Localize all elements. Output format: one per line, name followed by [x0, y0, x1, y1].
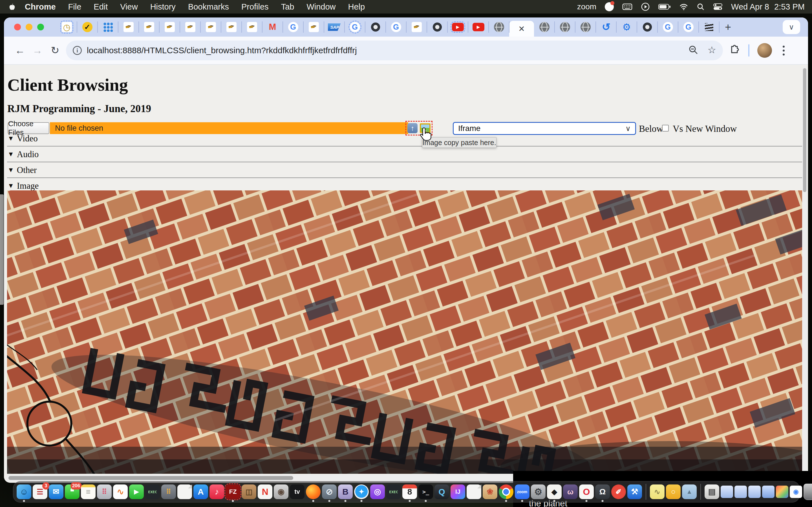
- tab-quill[interactable]: [200, 17, 221, 37]
- reload-button[interactable]: ↻: [46, 45, 64, 56]
- tab-history[interactable]: [596, 17, 616, 37]
- dock-item-dialer[interactable]: ⠿: [161, 485, 176, 499]
- tab-globe[interactable]: [489, 17, 509, 37]
- tab-quill[interactable]: [180, 17, 200, 37]
- tab-globe[interactable]: [534, 17, 555, 37]
- tab-check[interactable]: [77, 17, 98, 37]
- dock-item-gimp[interactable]: ◉: [274, 485, 289, 499]
- menu-bar-clock[interactable]: Wed Apr 82:53 PM: [731, 2, 805, 11]
- tab-gmail[interactable]: [262, 17, 283, 37]
- extensions-icon[interactable]: [729, 44, 741, 57]
- dock-item-firefox[interactable]: [306, 485, 320, 499]
- profile-avatar[interactable]: [757, 43, 772, 58]
- menu-item-chrome[interactable]: Chrome: [18, 2, 62, 11]
- site-info-icon[interactable]: i: [73, 46, 82, 55]
- menu-item-history[interactable]: History: [144, 2, 182, 11]
- dock-item-xcode[interactable]: ⚒: [627, 485, 642, 499]
- dock-item-art-palette[interactable]: ❀: [483, 485, 497, 499]
- dock-item-tooth-app[interactable]: Ω: [595, 485, 610, 499]
- dock-item-trash[interactable]: [804, 484, 812, 500]
- display-mode-select[interactable]: Iframe ∨: [453, 122, 636, 135]
- url-text[interactable]: localhost:8888/HTMLCSS/client_browsing.h…: [87, 46, 683, 55]
- tab-chrome[interactable]: [637, 17, 658, 37]
- close-window-button[interactable]: [14, 24, 21, 31]
- section-toggle-video[interactable]: ▼Video: [8, 134, 38, 143]
- dock-item-photos-stack[interactable]: ▲: [682, 485, 697, 499]
- dock-item-minimized-window[interactable]: [748, 486, 761, 498]
- dock-item-minimized-window[interactable]: [721, 486, 733, 498]
- menu-item-edit[interactable]: Edit: [87, 2, 114, 11]
- zoom-menu-item[interactable]: zoom: [577, 2, 596, 11]
- minimize-window-button[interactable]: [26, 24, 33, 31]
- dock-item-minimized-chrome-window[interactable]: ◉: [790, 486, 802, 498]
- tab-google[interactable]: [283, 17, 303, 37]
- zoom-out-page-icon[interactable]: [689, 45, 698, 56]
- dock-item-stickies[interactable]: ∿: [650, 485, 665, 499]
- menu-item-help[interactable]: Help: [342, 2, 371, 11]
- tab-close-icon[interactable]: ✕: [518, 24, 525, 34]
- tab-globe[interactable]: [555, 17, 575, 37]
- active-tab[interactable]: ✕: [509, 21, 534, 37]
- dock-item-lightbulb-app[interactable]: ○: [666, 485, 680, 499]
- dock-item-launchpad[interactable]: ⠿: [97, 485, 112, 499]
- tab-google-ring[interactable]: [345, 17, 365, 37]
- vertical-scrollbar[interactable]: [802, 66, 807, 473]
- apple-menu-icon[interactable]: [8, 3, 16, 11]
- tab-google[interactable]: [658, 17, 678, 37]
- dock-item-notes[interactable]: ≡: [81, 485, 96, 499]
- dock-item-printer[interactable]: ▤: [705, 485, 719, 499]
- tab-quill[interactable]: [406, 17, 427, 37]
- menu-item-tab[interactable]: Tab: [275, 2, 301, 11]
- dock-item-screen-time-blocked[interactable]: ⊘: [322, 485, 337, 499]
- dock-item-minimized-window[interactable]: [762, 486, 774, 498]
- bookmark-star-icon[interactable]: ☆: [708, 45, 716, 56]
- section-toggle-image[interactable]: ▼Image: [8, 181, 39, 190]
- dock-item-filezilla[interactable]: FZ: [225, 485, 240, 499]
- tab-yt[interactable]: [468, 17, 489, 37]
- chrome-menu-icon[interactable]: [780, 46, 788, 55]
- dock-item-calendar[interactable]: 8: [402, 485, 417, 499]
- control-center-icon[interactable]: [713, 3, 723, 10]
- dock-item-quicktime[interactable]: Q: [435, 485, 449, 499]
- tab-gear[interactable]: [616, 17, 637, 37]
- tab-globe[interactable]: [575, 17, 596, 37]
- new-tab-button[interactable]: +: [719, 21, 737, 33]
- menu-item-profiles[interactable]: Profiles: [235, 2, 275, 11]
- dock-item-app-store[interactable]: A: [193, 485, 208, 499]
- dock-item-bbedit[interactable]: B: [338, 485, 353, 499]
- dock-item-news[interactable]: N: [258, 485, 272, 499]
- tab-quill[interactable]: [303, 17, 324, 37]
- tab-quill[interactable]: [221, 17, 242, 37]
- tab-quill[interactable]: [242, 17, 262, 37]
- keyboard-icon[interactable]: [622, 3, 632, 11]
- upload-arrow-icon[interactable]: ↑: [407, 123, 417, 133]
- brick-wall-image[interactable]: [7, 190, 802, 474]
- dock-item-apple-tv[interactable]: tv: [290, 485, 305, 499]
- dock-item-pig-app[interactable]: ω: [563, 485, 578, 499]
- wifi-icon[interactable]: [679, 3, 688, 10]
- dock-item-mail[interactable]: ✉: [49, 485, 63, 499]
- dock-item-facetime[interactable]: ▶: [129, 485, 144, 499]
- tab-google[interactable]: [386, 17, 406, 37]
- section-toggle-audio[interactable]: ▼Audio: [8, 150, 39, 159]
- tab-chrome[interactable]: [365, 17, 386, 37]
- tab-quill[interactable]: [118, 17, 139, 37]
- forward-button[interactable]: →: [29, 45, 46, 56]
- tab-quill[interactable]: [139, 17, 159, 37]
- dock-item-zoom[interactable]: zoom: [515, 485, 529, 499]
- tab-sap[interactable]: [324, 17, 345, 37]
- tab-search-button[interactable]: ∨: [783, 20, 800, 34]
- tab-grid[interactable]: [98, 17, 118, 37]
- horizontal-scrollbar-thumb[interactable]: [8, 476, 293, 480]
- dock-item-music[interactable]: ♪: [209, 485, 224, 499]
- address-bar[interactable]: i localhost:8888/HTMLCSS/client_browsing…: [66, 41, 723, 60]
- dock-item-terminal-exec-2[interactable]: EXEC: [386, 485, 401, 499]
- dock-item-freeform[interactable]: ∿: [113, 485, 128, 499]
- spotlight-search-icon[interactable]: [697, 3, 705, 11]
- tab-clock[interactable]: [56, 17, 77, 37]
- menu-item-file[interactable]: File: [62, 2, 88, 11]
- dock-item-reminders[interactable]: ☰3: [33, 485, 47, 499]
- tab-quill[interactable]: [159, 17, 180, 37]
- back-button[interactable]: ←: [11, 45, 29, 56]
- dock-item-libreoffice-document[interactable]: [177, 485, 192, 499]
